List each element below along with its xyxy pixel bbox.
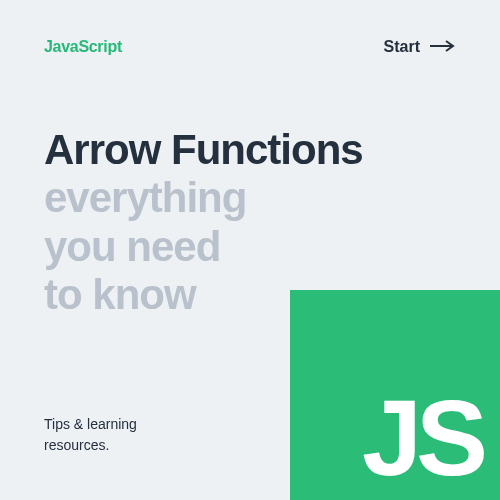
js-badge-text: JS (362, 384, 482, 492)
js-badge: JS (290, 290, 500, 500)
hero-subtitle-line1: everything (44, 174, 246, 221)
hero-title-main: Arrow Functions (44, 126, 363, 173)
hero-content: Arrow Functions everything you need to k… (0, 56, 500, 319)
arrow-right-icon (430, 38, 456, 56)
start-link[interactable]: Start (384, 38, 456, 56)
start-link-label: Start (384, 38, 420, 56)
footer-tagline: Tips & learning resources. (44, 414, 184, 456)
hero-subtitle-line3: to know (44, 271, 196, 318)
header: JavaScript Start (0, 0, 500, 56)
brand-label: JavaScript (44, 38, 122, 56)
hero-subtitle-line2: you need (44, 223, 220, 270)
